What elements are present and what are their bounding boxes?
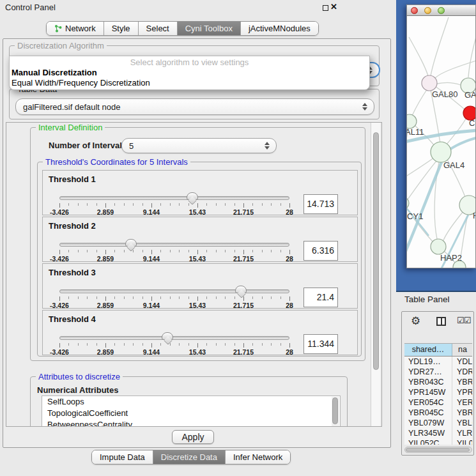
table-row[interactable]: YDR27…YDR2 <box>404 367 472 377</box>
number-of-intervals-spinner[interactable]: 5 <box>121 138 277 153</box>
cell-shared-name[interactable]: YDR27… <box>404 367 452 377</box>
cell-name[interactable]: YIL0 <box>452 438 472 445</box>
table-row[interactable]: YBR043CYBR0 <box>404 377 472 387</box>
close-window-icon[interactable] <box>411 7 418 14</box>
threshold-value-field[interactable]: 21.4 <box>303 288 338 307</box>
table-data-combo[interactable]: galFiltered.sif default node <box>15 98 374 115</box>
table-row[interactable]: YLR345WYLR3 <box>404 428 472 438</box>
cell-name[interactable]: YDL1 <box>452 357 472 367</box>
tab-network[interactable]: Network <box>47 22 104 35</box>
tab-label: Cyni Toolbox <box>185 22 233 35</box>
slider-tick-labels: -3.4262.8599.14415.4321.71528 <box>59 208 289 216</box>
slider-track[interactable] <box>59 289 289 293</box>
attribute-item-selfloops[interactable]: SelfLoops <box>42 396 340 408</box>
table-row[interactable]: YBR045CYBR0 <box>404 408 472 418</box>
table-horizontal-scrollbar[interactable] <box>404 447 472 453</box>
network-node-hap2[interactable] <box>431 239 446 254</box>
tab-select[interactable]: Select <box>138 22 177 35</box>
threshold-slider[interactable]: -3.4262.8599.14415.4321.71528 <box>59 335 289 355</box>
attribute-item-topologicalcoefficient[interactable]: TopologicalCoefficient <box>42 408 340 419</box>
checkbox-icons[interactable]: ☑☑ <box>457 316 470 325</box>
cell-shared-name[interactable]: YER054C <box>404 397 452 408</box>
slider-track[interactable] <box>59 196 289 200</box>
table-row[interactable]: YER054CYER0 <box>404 397 472 408</box>
tab-infer-network[interactable]: Infer Network <box>225 450 290 464</box>
table-row[interactable]: YIL052CYIL0 <box>404 438 472 445</box>
attribute-item-betweennesscentrality[interactable]: BetweennessCentrality <box>42 419 340 427</box>
settings-vertical-scrollbar[interactable] <box>371 123 380 426</box>
table-row[interactable]: YPR145WYPR1 <box>404 387 472 397</box>
network-edge[interactable] <box>407 158 434 183</box>
attribute-list-scrollbar[interactable] <box>332 397 339 427</box>
table-panel-title: Table Panel <box>404 295 450 304</box>
slider-track[interactable] <box>59 243 289 247</box>
network-edge[interactable] <box>412 87 429 116</box>
tab-cyni-toolbox[interactable]: Cyni Toolbox <box>177 22 240 35</box>
panel-title: Control Panel <box>5 3 56 12</box>
minimize-window-icon[interactable] <box>424 7 431 14</box>
cell-shared-name[interactable]: YBL079W <box>404 418 452 428</box>
threshold-slider[interactable]: -3.4262.8599.14415.4321.71528 <box>59 195 289 215</box>
tab-discretize-data[interactable]: Discretize Data <box>153 450 225 464</box>
network-edge[interactable] <box>468 37 475 77</box>
table-header-shared-name[interactable]: shared… <box>404 344 452 356</box>
threshold-value-field[interactable]: 14.713 <box>303 194 338 214</box>
apply-button[interactable]: Apply <box>172 430 214 444</box>
cell-shared-name[interactable]: YLR345W <box>404 428 452 438</box>
slider-thumb[interactable] <box>235 286 247 293</box>
cell-name[interactable]: YBR0 <box>452 377 472 387</box>
tab-jactivemnodules[interactable]: jActiveMNodules <box>240 22 318 35</box>
table-header-name[interactable]: na <box>452 344 472 356</box>
cell-shared-name[interactable]: YIL052C <box>404 438 452 445</box>
scrollbar-thumb[interactable] <box>406 448 470 452</box>
slider-thumb[interactable] <box>125 239 137 247</box>
cell-name[interactable]: YDR2 <box>452 367 472 377</box>
cell-shared-name[interactable]: YDL19… <box>404 357 452 367</box>
cell-name[interactable]: YPR1 <box>452 387 472 397</box>
scrollbar-thumb[interactable] <box>332 397 338 424</box>
network-node-gal4[interactable] <box>431 142 451 162</box>
network-edge[interactable] <box>431 17 449 76</box>
close-panel-icon[interactable]: ✕ <box>330 2 337 12</box>
dropdown-option-manual-discretization[interactable]: Manual Discretization <box>10 68 369 78</box>
cyni-toolbox-content: Discretization Algorithm Select algorith… <box>3 38 391 448</box>
threshold-value-field[interactable]: 11.344 <box>303 334 338 354</box>
network-edge[interactable] <box>409 37 428 76</box>
zoom-window-icon[interactable] <box>438 7 445 14</box>
network-edge[interactable] <box>443 211 463 240</box>
threshold-value-field[interactable]: 6.316 <box>303 241 338 261</box>
float-panel-icon[interactable] <box>323 5 328 11</box>
slider-thumb[interactable] <box>162 332 173 340</box>
network-edge[interactable] <box>407 128 408 197</box>
cell-shared-name[interactable]: YPR145W <box>404 387 452 397</box>
algorithm-dropdown-placeholder: Select algorithm to view settings <box>10 58 369 68</box>
cell-name[interactable]: YLR3 <box>452 428 472 438</box>
node-table[interactable]: shared… na YDL19…YDL1YDR27…YDR2YBR043CYB… <box>404 343 472 445</box>
threshold-slider[interactable]: -3.4262.8599.14415.4321.71528 <box>59 288 289 309</box>
cell-name[interactable]: YER0 <box>452 397 472 408</box>
network-canvas[interactable]: GAL80GACGAL11GAL4GCY1HAHAP2 <box>406 16 476 268</box>
cell-shared-name[interactable]: YBR043C <box>404 377 452 387</box>
dropdown-option-equal-width-frequency-discretization[interactable]: Equal Width/Frequency Discretization <box>10 78 369 88</box>
table-row[interactable]: YDL19…YDL1 <box>404 357 472 367</box>
gear-icon[interactable]: ⚙ <box>411 314 420 328</box>
scrollbar-thumb[interactable] <box>373 132 379 370</box>
tab-style[interactable]: Style <box>104 22 138 35</box>
slider-thumb[interactable] <box>187 192 198 200</box>
cell-shared-name[interactable]: YBR045C <box>404 408 452 418</box>
numerical-attributes-list[interactable]: SelfLoopsTopologicalCoefficientBetweenne… <box>42 395 341 427</box>
network-node-gal11[interactable] <box>407 114 417 128</box>
network-window-titlebar[interactable] <box>406 4 476 16</box>
table-row[interactable]: YBL079WYBL0 <box>404 418 472 428</box>
network-edge[interactable] <box>437 82 461 85</box>
columns-icon[interactable] <box>436 317 446 326</box>
slider-tick-labels: -3.4262.8599.14415.4321.71528 <box>59 348 289 356</box>
threshold-slider[interactable]: -3.4262.8599.14415.4321.71528 <box>59 242 289 262</box>
network-window[interactable]: GAL80GACGAL11GAL4GCY1HAHAP2 <box>406 4 476 268</box>
cell-name[interactable]: YBL0 <box>452 418 472 428</box>
cell-name[interactable]: YBR0 <box>452 408 472 418</box>
slider-track[interactable] <box>59 336 289 340</box>
slider-tick-labels: -3.4262.8599.14415.4321.71528 <box>59 255 289 263</box>
network-node-gal80[interactable] <box>422 75 437 91</box>
tab-impute-data[interactable]: Impute Data <box>92 450 153 464</box>
